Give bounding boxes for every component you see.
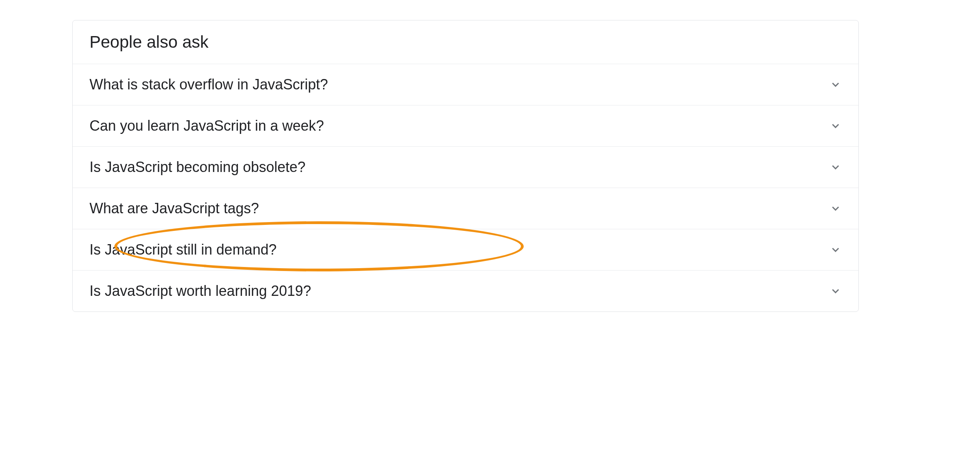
paa-question-text: Is JavaScript still in demand? (89, 241, 277, 258)
chevron-down-icon (830, 79, 842, 91)
people-also-ask-header: People also ask (73, 20, 858, 64)
chevron-down-icon (830, 120, 842, 132)
paa-question-text: What are JavaScript tags? (89, 200, 259, 217)
chevron-down-icon (830, 285, 842, 297)
paa-question-text: Is JavaScript worth learning 2019? (89, 283, 311, 299)
chevron-down-icon (830, 161, 842, 173)
people-also-ask-container: People also ask What is stack overflow i… (72, 20, 859, 312)
paa-question-row[interactable]: Is JavaScript still in demand? (73, 229, 858, 270)
people-also-ask-box: People also ask What is stack overflow i… (72, 20, 859, 312)
paa-question-text: Can you learn JavaScript in a week? (89, 117, 324, 134)
paa-question-row[interactable]: Is JavaScript becoming obsolete? (73, 146, 858, 188)
paa-question-row[interactable]: What is stack overflow in JavaScript? (73, 64, 858, 105)
paa-question-row[interactable]: What are JavaScript tags? (73, 188, 858, 229)
paa-question-text: What is stack overflow in JavaScript? (89, 76, 328, 93)
paa-question-row[interactable]: Is JavaScript worth learning 2019? (73, 270, 858, 311)
paa-question-row[interactable]: Can you learn JavaScript in a week? (73, 105, 858, 146)
chevron-down-icon (830, 202, 842, 214)
chevron-down-icon (830, 244, 842, 256)
paa-question-text: Is JavaScript becoming obsolete? (89, 159, 305, 176)
